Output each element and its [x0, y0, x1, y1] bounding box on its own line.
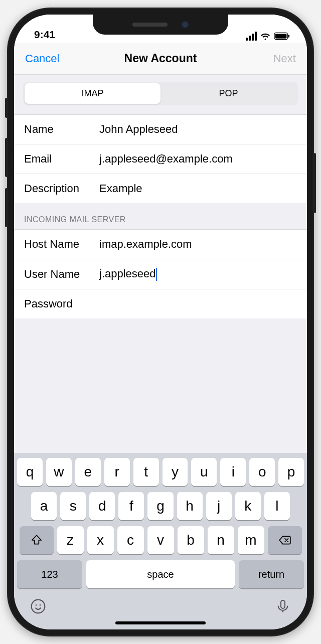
notch: [93, 15, 228, 35]
hostname-label: Host Name: [24, 238, 99, 251]
page-title: New Account: [124, 52, 197, 65]
screen: 9:41 Cancel New Account Next IMAP: [14, 15, 307, 629]
space-key[interactable]: space: [86, 560, 235, 588]
key-m[interactable]: m: [238, 526, 264, 554]
username-label: User Name: [24, 268, 99, 281]
svg-rect-1: [275, 34, 287, 38]
key-u[interactable]: u: [191, 458, 217, 486]
dictation-key[interactable]: [275, 598, 291, 616]
svg-rect-2: [288, 35, 289, 38]
hostname-field[interactable]: [99, 238, 297, 251]
keyboard: qwertyuiop asdfghjkl zxcvbnm 123 space r…: [14, 453, 307, 629]
key-q[interactable]: q: [17, 458, 43, 486]
text-cursor: [156, 268, 157, 281]
shift-key[interactable]: [20, 526, 54, 554]
account-info-group: Name Email Description: [14, 115, 307, 203]
key-k[interactable]: k: [235, 492, 261, 520]
key-b[interactable]: b: [178, 526, 204, 554]
key-d[interactable]: d: [89, 492, 115, 520]
username-field[interactable]: j.appleseed: [99, 267, 156, 280]
svg-rect-6: [281, 600, 285, 608]
return-key[interactable]: return: [239, 560, 304, 588]
incoming-server-group: Host Name User Name j.appleseed Password: [14, 230, 307, 318]
next-button[interactable]: Next: [251, 52, 296, 65]
key-w[interactable]: w: [46, 458, 72, 486]
password-label: Password: [24, 297, 99, 310]
description-field[interactable]: [99, 182, 297, 195]
key-g[interactable]: g: [147, 492, 173, 520]
key-v[interactable]: v: [147, 526, 174, 554]
description-label: Description: [24, 182, 99, 195]
key-t[interactable]: t: [133, 458, 159, 486]
protocol-segmented-control: IMAP POP: [14, 75, 307, 115]
key-x[interactable]: x: [87, 526, 114, 554]
svg-point-3: [32, 600, 45, 613]
key-a[interactable]: a: [31, 492, 57, 520]
email-field[interactable]: [99, 152, 297, 166]
battery-icon: [274, 32, 290, 40]
key-n[interactable]: n: [208, 526, 234, 554]
key-j[interactable]: j: [206, 492, 232, 520]
key-s[interactable]: s: [60, 492, 86, 520]
home-indicator: [115, 621, 206, 624]
status-time: 9:41: [34, 29, 55, 41]
key-l[interactable]: l: [264, 492, 290, 520]
key-c[interactable]: c: [117, 526, 144, 554]
keyboard-row-1: qwertyuiop: [17, 458, 304, 486]
keyboard-row-3: zxcvbnm: [17, 526, 304, 554]
emoji-key[interactable]: [30, 598, 46, 616]
key-z[interactable]: z: [57, 526, 84, 554]
svg-point-4: [36, 604, 37, 606]
key-e[interactable]: e: [75, 458, 101, 486]
svg-point-5: [40, 604, 41, 606]
phone-frame: 9:41 Cancel New Account Next IMAP: [7, 8, 314, 636]
name-label: Name: [24, 123, 99, 136]
key-i[interactable]: i: [220, 458, 246, 486]
key-p[interactable]: p: [278, 458, 304, 486]
key-f[interactable]: f: [118, 492, 144, 520]
email-label: Email: [24, 152, 99, 166]
name-field[interactable]: [99, 123, 297, 136]
delete-key[interactable]: [268, 526, 302, 554]
key-y[interactable]: y: [163, 458, 188, 486]
navbar: Cancel New Account Next: [14, 43, 307, 75]
key-r[interactable]: r: [104, 458, 130, 486]
key-h[interactable]: h: [177, 492, 203, 520]
cellular-icon: [246, 32, 257, 41]
numbers-key[interactable]: 123: [17, 560, 82, 588]
password-field[interactable]: [99, 297, 297, 310]
tab-imap[interactable]: IMAP: [25, 83, 160, 104]
wifi-icon: [260, 32, 271, 41]
key-o[interactable]: o: [249, 458, 275, 486]
keyboard-row-2: asdfghjkl: [17, 492, 304, 520]
incoming-server-header: INCOMING MAIL SERVER: [14, 203, 307, 230]
tab-pop[interactable]: POP: [160, 83, 296, 104]
cancel-button[interactable]: Cancel: [25, 52, 70, 65]
